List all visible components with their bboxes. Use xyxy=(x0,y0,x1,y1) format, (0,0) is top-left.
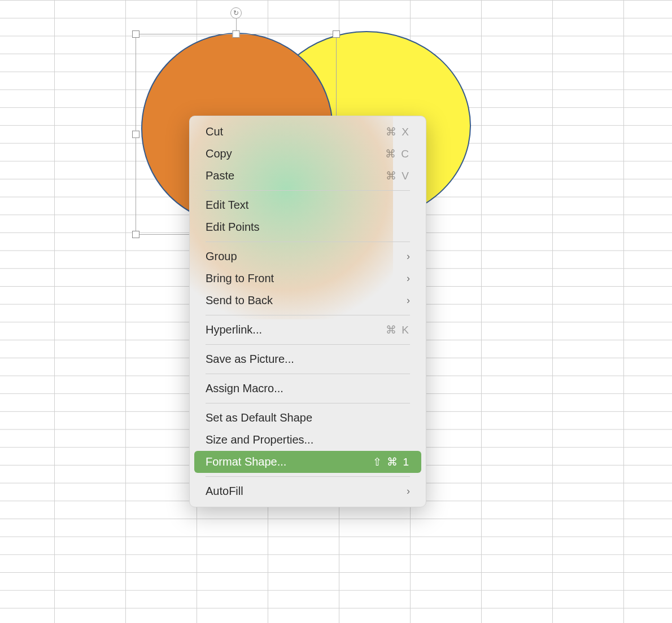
menu-item-group[interactable]: Group› xyxy=(194,245,421,267)
menu-item-format-shape[interactable]: Format Shape...⇧ ⌘ 1 xyxy=(194,451,421,473)
context-menu: Cut⌘ XCopy⌘ CPaste⌘ VEdit TextEdit Point… xyxy=(189,116,426,507)
menu-item-shortcut: ⌘ V xyxy=(386,169,410,182)
menu-item-paste[interactable]: Paste⌘ V xyxy=(194,165,421,187)
menu-item-cut[interactable]: Cut⌘ X xyxy=(194,121,421,143)
menu-item-label: Hyperlink... xyxy=(206,323,262,336)
menu-item-label: Paste xyxy=(206,169,234,182)
menu-separator xyxy=(206,476,410,477)
menu-item-shortcut: ⇧ ⌘ 1 xyxy=(373,455,410,468)
menu-item-autofill[interactable]: AutoFill› xyxy=(194,480,421,502)
menu-item-label: Assign Macro... xyxy=(206,382,283,395)
menu-item-label: Save as Picture... xyxy=(206,353,294,366)
menu-item-label: Bring to Front xyxy=(206,272,274,285)
menu-separator xyxy=(206,344,410,345)
menu-item-size-and-properties[interactable]: Size and Properties... xyxy=(194,429,421,451)
menu-separator xyxy=(206,315,410,315)
menu-item-label: AutoFill xyxy=(206,485,243,498)
menu-item-edit-text[interactable]: Edit Text xyxy=(194,194,421,216)
chevron-right-icon: › xyxy=(407,295,410,306)
menu-separator xyxy=(206,374,410,374)
menu-item-shortcut: ⌘ K xyxy=(386,323,410,336)
menu-item-copy[interactable]: Copy⌘ C xyxy=(194,143,421,165)
menu-item-assign-macro[interactable]: Assign Macro... xyxy=(194,378,421,400)
menu-item-shortcut: ⌘ X xyxy=(386,125,410,138)
menu-item-label: Send to Back xyxy=(206,294,273,307)
chevron-right-icon: › xyxy=(407,251,410,262)
menu-item-label: Group xyxy=(206,250,237,263)
chevron-right-icon: › xyxy=(407,273,410,284)
menu-item-hyperlink[interactable]: Hyperlink...⌘ K xyxy=(194,319,421,341)
menu-item-label: Format Shape... xyxy=(206,455,286,468)
menu-item-label: Copy xyxy=(206,147,232,160)
menu-item-label: Edit Points xyxy=(206,221,260,234)
menu-separator xyxy=(206,242,410,242)
menu-separator xyxy=(206,403,410,403)
menu-item-label: Set as Default Shape xyxy=(206,411,312,424)
menu-item-send-to-back[interactable]: Send to Back› xyxy=(194,289,421,312)
menu-item-edit-points[interactable]: Edit Points xyxy=(194,216,421,238)
menu-item-save-as-picture[interactable]: Save as Picture... xyxy=(194,348,421,370)
menu-item-label: Edit Text xyxy=(206,199,248,212)
menu-item-set-as-default-shape[interactable]: Set as Default Shape xyxy=(194,407,421,429)
menu-item-shortcut: ⌘ C xyxy=(385,147,410,160)
menu-item-bring-to-front[interactable]: Bring to Front› xyxy=(194,267,421,289)
menu-item-label: Cut xyxy=(206,125,223,138)
menu-item-label: Size and Properties... xyxy=(206,433,313,446)
menu-separator xyxy=(206,190,410,191)
chevron-right-icon: › xyxy=(407,485,410,497)
